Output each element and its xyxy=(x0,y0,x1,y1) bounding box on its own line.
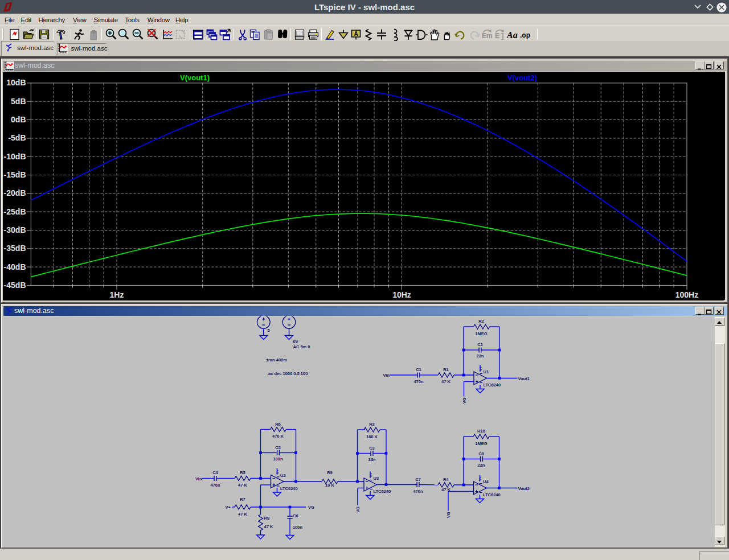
svg-text:0dB: 0dB xyxy=(11,115,26,124)
svg-text:C1: C1 xyxy=(416,367,421,372)
svg-text:U2: U2 xyxy=(280,473,286,478)
svg-text:-25dB: -25dB xyxy=(4,207,26,216)
svg-text:VG: VG xyxy=(308,505,314,510)
svg-text:10dB: 10dB xyxy=(6,78,26,87)
svg-text:47 K: 47 K xyxy=(264,524,273,529)
svg-text:470n: 470n xyxy=(210,483,220,488)
svg-text:R4: R4 xyxy=(443,477,449,482)
svg-text:R2: R2 xyxy=(478,319,484,324)
svg-text:R5: R5 xyxy=(240,470,245,475)
svg-text:-10dB: -10dB xyxy=(4,151,26,160)
svg-text:C2: C2 xyxy=(477,342,483,347)
svg-text:LTC6240: LTC6240 xyxy=(374,489,391,494)
svg-text:LTC6240: LTC6240 xyxy=(280,486,298,491)
svg-text:47 K: 47 K xyxy=(441,379,450,384)
svg-text:VG: VG xyxy=(355,507,361,513)
svg-text:1MEG: 1MEG xyxy=(475,331,487,336)
svg-text:470n: 470n xyxy=(413,379,424,384)
svg-text:0V: 0V xyxy=(293,339,298,344)
svg-text:10Hz: 10Hz xyxy=(392,290,411,299)
svg-text:Em: Em xyxy=(482,32,493,40)
svg-text:C6: C6 xyxy=(293,513,298,518)
svg-text:U3: U3 xyxy=(374,476,379,481)
svg-text:160 K: 160 K xyxy=(366,434,378,439)
svg-text:C8: C8 xyxy=(478,451,484,456)
svg-text:V(vout1): V(vout1) xyxy=(180,73,210,82)
svg-text:-40dB: -40dB xyxy=(4,262,26,271)
svg-text:Vout2: Vout2 xyxy=(518,486,530,491)
svg-text:V+: V+ xyxy=(369,472,372,477)
svg-text:1MEG: 1MEG xyxy=(475,441,487,446)
svg-text:VG: VG xyxy=(462,397,467,403)
svg-text:22n: 22n xyxy=(478,463,485,468)
svg-text:C7: C7 xyxy=(415,477,421,482)
svg-text:R3: R3 xyxy=(369,422,375,427)
svg-text:R1: R1 xyxy=(443,367,449,372)
svg-text:LTC6240: LTC6240 xyxy=(484,382,501,388)
svg-text:R9: R9 xyxy=(327,470,333,475)
svg-text:C3: C3 xyxy=(369,446,375,451)
svg-text:470n: 470n xyxy=(413,489,423,494)
svg-text:VG: VG xyxy=(446,512,451,518)
svg-text:R8: R8 xyxy=(264,516,270,521)
svg-text:V+: V+ xyxy=(276,470,279,474)
svg-text:470 K: 470 K xyxy=(272,434,284,439)
svg-text:V+: V+ xyxy=(478,476,482,480)
svg-text:Aa: Aa xyxy=(507,30,518,39)
svg-text:-20dB: -20dB xyxy=(4,188,26,197)
svg-text:V(vout2): V(vout2) xyxy=(507,73,537,82)
svg-text:47 K: 47 K xyxy=(238,483,247,488)
svg-text:V+: V+ xyxy=(226,505,231,510)
svg-text:Vout1: Vout1 xyxy=(518,376,530,381)
svg-text:10 K: 10 K xyxy=(325,483,334,488)
svg-text:V+: V+ xyxy=(479,366,482,370)
svg-text:-15dB: -15dB xyxy=(4,170,26,179)
svg-text:U4: U4 xyxy=(483,479,489,484)
svg-text:5: 5 xyxy=(268,328,270,333)
svg-text:1Hz: 1Hz xyxy=(110,290,124,299)
svg-text:-30dB: -30dB xyxy=(4,225,26,234)
svg-text:100Hz: 100Hz xyxy=(675,290,698,299)
svg-text:Vin: Vin xyxy=(383,373,390,378)
svg-text:R10: R10 xyxy=(477,429,485,434)
svg-text:.op: .op xyxy=(520,31,530,39)
svg-text:47 K: 47 K xyxy=(238,512,247,517)
svg-text:C4: C4 xyxy=(212,470,218,475)
svg-text:U1: U1 xyxy=(484,369,489,374)
svg-text:100n: 100n xyxy=(293,525,303,530)
svg-text:;tran 400m: ;tran 400m xyxy=(265,357,287,363)
svg-text:-45dB: -45dB xyxy=(4,280,26,289)
svg-text:A: A xyxy=(354,30,358,36)
svg-text:100n: 100n xyxy=(273,456,283,462)
svg-text:5dB: 5dB xyxy=(11,96,26,105)
svg-text:R7: R7 xyxy=(240,497,245,502)
svg-text:C5: C5 xyxy=(275,445,281,450)
svg-text:-35dB: -35dB xyxy=(4,244,26,253)
svg-text:Vin: Vin xyxy=(195,476,202,481)
svg-text:.ac dec 1000 0.5 100: .ac dec 1000 0.5 100 xyxy=(267,371,308,376)
svg-text:E ]: E ] xyxy=(495,32,503,40)
svg-text:R6: R6 xyxy=(275,422,281,427)
svg-text:-5dB: -5dB xyxy=(8,133,26,142)
svg-text:AC 5m 0: AC 5m 0 xyxy=(293,344,310,349)
svg-text:LTC6240: LTC6240 xyxy=(483,492,501,497)
svg-text:33n: 33n xyxy=(368,457,376,462)
svg-text:22n: 22n xyxy=(477,353,484,359)
